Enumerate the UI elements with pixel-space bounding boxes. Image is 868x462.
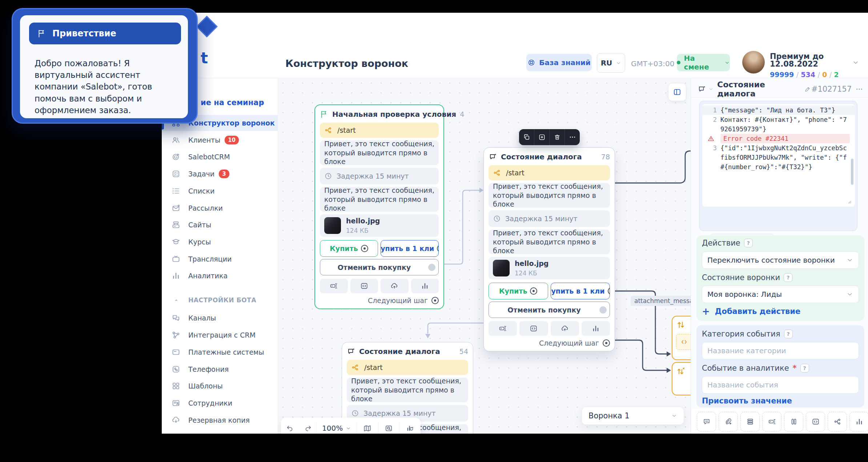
delete-button[interactable] (550, 129, 565, 145)
shift-status-select[interactable]: На смене (677, 54, 730, 71)
rename-chip[interactable] (489, 321, 517, 336)
attachment-row[interactable]: hello.jpg 124 КБ (320, 214, 439, 237)
sidebar-section-bot-settings[interactable]: НАСТРОЙКИ БОТА (162, 293, 278, 307)
scrollbar-thumb[interactable] (851, 159, 853, 185)
message-row[interactable]: Привет, это текст сообщения, который выв… (320, 140, 439, 165)
edit-pencil-icon[interactable] (804, 85, 811, 93)
sidebar-item-channels[interactable]: Каналы (162, 310, 278, 326)
sidebar-item-telephony[interactable]: Телефония (162, 361, 278, 377)
add-chart-button[interactable] (849, 412, 868, 431)
buy-one-click-button[interactable]: Купить в 1 кли (551, 283, 610, 299)
connector-port[interactable] (431, 297, 439, 304)
message-row[interactable]: Привет, это текст сообщения, который выв… (320, 187, 439, 212)
sidebar-item-tasks[interactable]: Задачи3 (162, 166, 278, 182)
message-row[interactable]: Привет, это текст сообщения, который выв… (347, 378, 468, 402)
help-icon[interactable]: ? (800, 364, 809, 373)
buy-button[interactable]: Купить (320, 240, 378, 257)
assign-value-link[interactable]: Присвоить значение (702, 397, 792, 405)
message-row[interactable]: Привет, это текст сообщения, который выв… (489, 230, 610, 254)
code-slot[interactable] (676, 334, 691, 350)
add-branch-button[interactable] (828, 412, 847, 431)
code-editor[interactable]: 1 {"message": "Лид на бота. ТЗ"} 2 Конта… (702, 104, 855, 207)
sidebar-item-sites[interactable]: Сайты (162, 217, 278, 233)
connector-port[interactable] (428, 264, 435, 271)
rename-chip[interactable] (320, 279, 348, 293)
buy-one-click-button[interactable]: Купить в 1 кли (381, 240, 439, 257)
avatar[interactable] (742, 51, 765, 73)
attachment-row[interactable]: hello.jpg 124 КБ (489, 257, 610, 279)
add-message-button[interactable] (697, 412, 716, 431)
duplicate-button[interactable] (519, 129, 534, 145)
sidebar-item-mailings[interactable]: Рассылки (162, 200, 278, 216)
code-chip[interactable] (350, 279, 378, 293)
minimap-button[interactable] (357, 418, 378, 434)
undo-button[interactable] (281, 418, 299, 434)
redo-button[interactable] (299, 418, 317, 434)
sidebar-item-analytics[interactable]: Аналитика (162, 268, 278, 284)
connector-port[interactable] (361, 245, 368, 252)
delay-row[interactable]: Задержка 15 минут (489, 210, 610, 227)
cancel-purchase-button[interactable]: Отменить покупку (320, 259, 439, 275)
next-step-row[interactable]: Следующий шаг (320, 296, 439, 305)
sidebar-item-lists[interactable]: Списки (162, 183, 278, 199)
more-icon[interactable] (855, 85, 863, 93)
connector-port[interactable] (608, 287, 610, 295)
add-label-button[interactable] (762, 412, 781, 431)
flow-block-orange-switch[interactable] (672, 316, 691, 360)
flow-block-start-condition[interactable]: Начальная проверка условия 4 /start Прив… (314, 104, 444, 309)
sidebar-item-clients[interactable]: Клиенты10 (162, 132, 278, 148)
upload-chip[interactable] (551, 321, 579, 336)
connector-port[interactable] (437, 245, 439, 252)
add-code-button[interactable] (806, 412, 825, 431)
sidebar-item-salebotcrm[interactable]: SalebotCRM (162, 149, 278, 165)
buy-button[interactable]: Купить (489, 283, 548, 299)
add-columns-button[interactable] (784, 412, 803, 431)
next-step-row[interactable]: Следующий шаг (489, 338, 610, 348)
add-action-link[interactable]: + Добавить действие (702, 307, 800, 316)
connector-port[interactable] (603, 339, 610, 347)
sidebar-item-crm-integration[interactable]: Интеграция с CRM (162, 327, 278, 343)
help-icon[interactable]: ? (784, 330, 793, 338)
chevron-down-icon[interactable] (708, 87, 714, 92)
resize-handle-icon[interactable] (847, 200, 853, 206)
trigger-row[interactable]: /start (320, 123, 439, 138)
flow-block-orange-swap[interactable] (672, 362, 691, 395)
event-input[interactable] (702, 376, 859, 394)
funnel-canvas[interactable]: Начальная проверка условия 4 /start Прив… (278, 78, 691, 434)
add-attachment-button[interactable] (719, 412, 738, 431)
knowledge-base-button[interactable]: База знаний (526, 54, 592, 71)
stats-chip[interactable] (411, 279, 439, 293)
sidebar-item-staff[interactable]: Сотрудники (162, 395, 278, 411)
account-menu-chevron-icon[interactable] (852, 59, 859, 66)
upload-chip[interactable] (381, 279, 409, 293)
refresh-stats-button[interactable] (399, 418, 421, 434)
flow-block-dialog-state-78[interactable]: Состояние диалога 78 /start Привет, это … (483, 147, 615, 351)
message-row[interactable]: Привет, это текст сообщения, который выв… (489, 183, 610, 208)
sidebar-item-templates[interactable]: Шаблоны (162, 378, 278, 394)
search-area-button[interactable] (378, 418, 399, 434)
sidebar-item-broadcasts[interactable]: Трансляции (162, 251, 278, 267)
sidebar-item-courses[interactable]: Курсы (162, 234, 278, 250)
add-button[interactable] (534, 129, 550, 145)
help-icon[interactable]: ? (744, 239, 753, 247)
zoom-select[interactable]: 100% (317, 418, 356, 434)
help-icon[interactable]: ? (784, 273, 792, 282)
sidebar-item-payment-systems[interactable]: Платежные системы (162, 344, 278, 360)
category-input[interactable] (702, 342, 859, 359)
delay-row[interactable]: Задержка 15 минут (320, 168, 439, 184)
funnel-state-select[interactable]: Моя воронка: Лиды (702, 286, 859, 303)
action-select[interactable]: Переключить состояние воронки (702, 251, 859, 269)
trigger-row[interactable]: /start (347, 360, 468, 375)
language-select[interactable]: RU (597, 53, 625, 73)
add-list-button[interactable] (740, 412, 760, 431)
cancel-purchase-button[interactable]: Отменить покупку (489, 302, 610, 318)
sidebar-item-backup[interactable]: Резервная копия (162, 412, 278, 428)
code-chip[interactable] (519, 321, 548, 336)
stats-chip[interactable] (582, 321, 610, 336)
connector-port[interactable] (599, 306, 607, 314)
more-button[interactable] (565, 129, 580, 145)
connector-port[interactable] (530, 287, 537, 295)
toggle-inspector-button[interactable] (668, 83, 686, 101)
funnel-select[interactable]: Воронка 1 (582, 407, 684, 425)
trigger-row[interactable]: /start (489, 165, 610, 180)
